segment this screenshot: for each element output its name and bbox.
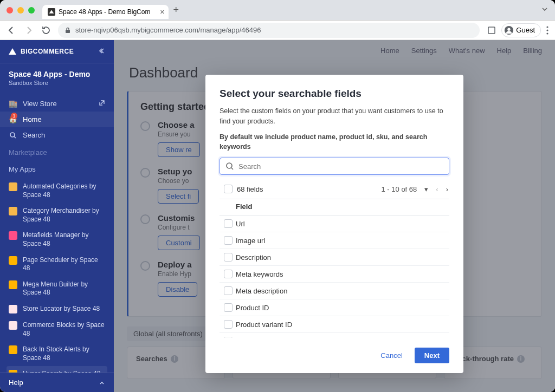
app-icon [9,345,17,354]
field-row[interactable]: Meta description [220,283,449,299]
cancel-button[interactable]: Cancel [373,348,410,363]
app-icon [9,207,17,215]
url-bar[interactable]: store-nqivp06qsb.mybigcommerce.com/manag… [58,23,480,38]
tab-title: Space 48 Apps - Demo BigCom [59,8,150,16]
profile-chip[interactable]: Guest [501,23,541,37]
modal-overlay[interactable]: Select your searchable fields Select the… [114,40,555,392]
sidebar-sublabel-my-apps[interactable]: My Apps [7,162,107,179]
app-name: Page Scheduler by Space 48 [23,256,105,273]
field-name: Product ID [236,304,269,312]
modal-title: Select your searchable fields [220,88,449,100]
searchable-fields-modal: Select your searchable fields Select the… [205,75,463,373]
field-checkbox[interactable] [224,303,233,312]
field-row[interactable]: Description [220,249,449,266]
field-name: Meta keywords [236,270,283,278]
field-checkbox[interactable] [224,219,233,228]
svg-point-9 [227,163,232,168]
sidebar-app-item[interactable]: Category Merchandiser by Space 48 [7,203,107,227]
window-close-icon[interactable] [7,7,13,14]
app-icon [9,280,17,289]
sidebar-app-item[interactable]: Metafields Manager by Space 48 [7,227,107,252]
field-checkbox[interactable] [224,253,233,262]
modal-description: Select the custom fields on your product… [220,106,449,127]
sidebar-sublabel-marketplace[interactable]: Marketplace [7,145,107,162]
field-row[interactable]: Price [220,333,449,338]
store-switcher[interactable]: Space 48 Apps - Demo Sandbox Store [0,63,114,94]
secure-lock-icon [64,27,71,34]
app-icon [9,231,17,240]
browser-toolbar: store-nqivp06qsb.mybigcommerce.com/manag… [0,21,555,40]
sidebar-app-item[interactable]: Hyper Search by Space 48 [7,366,107,373]
browser-tab-strip: Space 48 Apps - Demo BigCom × + [0,0,555,21]
tab-overflow-icon[interactable] [541,5,548,15]
field-name: Price [236,337,252,338]
reload-button[interactable] [41,25,50,35]
field-checkbox[interactable] [224,337,233,338]
page-size-menu[interactable]: ▾ [424,185,428,193]
site-favicon-icon [48,8,55,16]
field-name: Description [236,253,271,262]
bigcommerce-logo-icon [8,47,17,56]
app-icon [9,305,17,313]
next-page-button[interactable]: › [446,185,448,193]
app-icon [9,321,17,330]
app-icon [9,182,17,191]
app-name: Back In Stock Alerts by Space 48 [23,345,105,362]
guest-avatar-icon [504,25,514,35]
sidebar-item-help[interactable]: Help [0,373,114,392]
sidebar-app-item[interactable]: Automated Categories by Space 48 [7,179,107,203]
svg-point-7 [546,32,548,34]
svg-point-8 [10,133,15,137]
field-row[interactable]: Product variant ID [220,316,449,333]
sidebar-app-item[interactable]: Page Scheduler by Space 48 [7,252,107,277]
field-checkbox[interactable] [224,286,233,295]
app-name: Commerce Blocks by Space 48 [23,321,105,338]
next-button[interactable]: Next [415,348,449,363]
overflow-menu-icon[interactable] [546,26,548,35]
field-checkbox[interactable] [224,270,233,278]
sidebar-item-view-store[interactable]: 🏬 View Store [0,96,114,112]
field-row[interactable]: Url [220,215,449,232]
prev-page-button[interactable]: ‹ [436,185,438,193]
app-name: Mega Menu Builder by Space 48 [23,280,105,297]
sidebar-app-item[interactable]: Back In Stock Alerts by Space 48 [7,342,107,366]
browser-tab[interactable]: Space 48 Apps - Demo BigCom × [42,5,169,19]
guest-label: Guest [516,26,535,34]
modal-defaults-note: By default we include product name, prod… [220,132,449,153]
store-icon: 🏬 [9,100,17,108]
field-search-input[interactable] [220,158,449,175]
sidebar-app-item[interactable]: Commerce Blocks by Space 48 [7,317,107,342]
field-row[interactable]: Meta keywords [220,266,449,283]
field-name: Product variant ID [236,321,292,329]
back-button[interactable] [7,25,16,35]
sidebar-app-item[interactable]: Store Locator by Space 48 [7,301,107,317]
new-tab-button[interactable]: + [173,4,179,16]
field-row[interactable]: Image url [220,232,449,249]
sidebar: BIGCOMMERCE Space 48 Apps - Demo Sandbox… [0,40,114,392]
sidebar-item-home[interactable]: 🏠 1 Home [0,112,114,127]
search-input[interactable] [238,162,443,171]
search-icon [225,162,234,171]
field-row[interactable]: Product ID [220,299,449,316]
close-tab-icon[interactable]: × [160,8,164,16]
results-count: 68 fields [236,185,382,193]
field-name: Meta description [236,287,287,295]
pager-label: 1 - 10 of 68 [382,185,417,193]
app-name: Automated Categories by Space 48 [23,182,105,199]
window-minimize-icon[interactable] [17,7,24,14]
sidebar-app-item[interactable]: Mega Menu Builder by Space 48 [7,277,107,301]
field-checkbox[interactable] [224,236,233,245]
field-checkbox[interactable] [224,320,233,329]
install-app-icon[interactable] [487,26,496,35]
select-all-checkbox[interactable] [224,185,233,193]
app-name: Metafields Manager by Space 48 [23,231,105,248]
collapse-sidebar-button[interactable] [99,47,106,56]
svg-rect-1 [66,30,70,33]
window-maximize-icon[interactable] [28,7,35,14]
svg-point-5 [546,26,548,28]
store-type: Sandbox Store [9,80,105,86]
sidebar-item-search[interactable]: Search [0,127,114,143]
field-name: Url [236,220,245,228]
forward-button [24,25,34,35]
app-name: Store Locator by Space 48 [23,305,100,313]
